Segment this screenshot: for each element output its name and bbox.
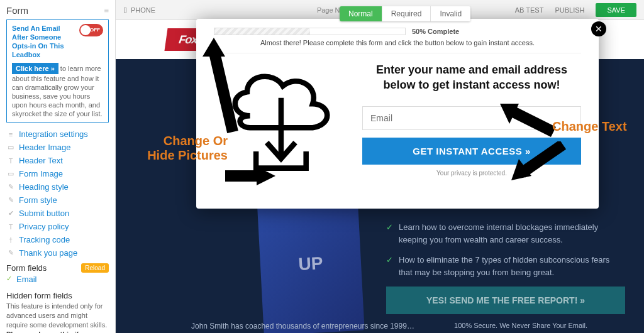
phone-label: PHONE: [131, 6, 155, 14]
close-icon[interactable]: ✕: [591, 21, 606, 36]
coach-caption: John Smith has coached thousands of entr…: [191, 322, 414, 330]
click-here-button[interactable]: Click here »: [12, 63, 58, 74]
sidebar: Form ≡ Send An Email After Someone Opts-…: [0, 0, 116, 333]
feature-bullets: Learn how to overcome internal blockages…: [386, 221, 625, 287]
hidden-desc-bold: Please only use this if you know what yo…: [6, 330, 93, 333]
submit-button[interactable]: GET INSTANT ACCESS »: [362, 138, 581, 165]
code-icon: †: [6, 236, 15, 244]
form-image[interactable]: [214, 62, 346, 177]
progress-label: 50% Complete: [412, 28, 459, 35]
field-email[interactable]: Email: [6, 273, 109, 286]
privacy-text: Your privacy is protected.: [362, 170, 581, 177]
sidebar-title: Form: [6, 5, 28, 16]
device-phone[interactable]: ▯ PHONE: [123, 6, 155, 14]
hidden-desc-text: This feature is intended only for advanc…: [6, 302, 107, 329]
toggle-state-label: OFF: [90, 26, 100, 35]
pencil-icon: ✎: [6, 183, 15, 191]
almost-text: Almost there! Please complete this form …: [214, 39, 581, 53]
hidden-fields-desc: This feature is intended only for advanc…: [6, 302, 109, 333]
tab-normal[interactable]: Normal: [340, 6, 382, 21]
check-icon: ✔: [6, 209, 15, 217]
nav-label: Tracking code: [19, 235, 70, 244]
progress-bar: [214, 28, 406, 35]
leadbox-popup: ✕ 50% Complete Almost there! Please comp…: [196, 19, 599, 209]
email-input[interactable]: [362, 106, 581, 130]
nav-label: Integration settings: [19, 129, 88, 139]
bg-cta-button[interactable]: YES! SEND ME THE FREE REPORT! »: [386, 287, 625, 314]
nav-form-style[interactable]: ✎Form style: [6, 194, 109, 207]
abtest-link[interactable]: AB TEST: [515, 6, 544, 14]
optin-toggle[interactable]: OFF: [79, 24, 103, 36]
state-tabs: Normal Required Invalid: [340, 6, 470, 21]
nav-label: Form Image: [19, 169, 63, 178]
optin-promo-box: Send An Email After Someone Opts-in On T…: [6, 19, 109, 123]
save-button[interactable]: SAVE: [596, 3, 636, 17]
form-fields-label: Form fields: [6, 263, 47, 273]
tab-invalid[interactable]: Invalid: [430, 6, 470, 21]
nav-privacy[interactable]: TPrivacy policy: [6, 220, 109, 233]
nav-label: Form style: [19, 195, 57, 205]
cloud-download-icon: [214, 62, 346, 175]
nav-label: Heading style: [19, 182, 69, 192]
hidden-fields-label: Hidden form fields: [6, 291, 109, 300]
secure-caption: 100% Secure. We Never Share Your Email.: [454, 322, 587, 329]
sidebar-nav: ≡Integration settings ▭Header Image THea…: [6, 128, 109, 259]
hamburger-icon[interactable]: ≡: [104, 6, 109, 15]
progress: 50% Complete: [214, 28, 581, 35]
pencil-icon: ✎: [6, 196, 15, 204]
bullet-2: How to eliminate the 7 types of hidden s…: [386, 254, 625, 279]
nav-form-image[interactable]: ▭Form Image: [6, 167, 109, 180]
nav-submit-button[interactable]: ✔Submit button: [6, 207, 109, 220]
publish-link[interactable]: PUBLISH: [555, 6, 584, 14]
nav-heading-style[interactable]: ✎Heading style: [6, 180, 109, 194]
reload-button[interactable]: Reload: [81, 263, 109, 273]
optin-headline: Send An Email After Someone Opts-in On T…: [12, 24, 75, 59]
pencil-icon: ✎: [6, 249, 15, 257]
nav-label: Privacy policy: [19, 222, 69, 231]
text-icon: T: [6, 157, 15, 165]
phone-icon: ▯: [123, 6, 127, 14]
nav-header-text[interactable]: THeader Text: [6, 154, 109, 167]
text-icon: T: [6, 223, 15, 231]
nav-label: Submit button: [19, 209, 69, 218]
nav-label: Thank you page: [19, 248, 77, 258]
nav-header-image[interactable]: ▭Header Image: [6, 141, 109, 154]
list-icon: ≡: [6, 131, 15, 138]
book-cover: UP: [257, 192, 364, 333]
nav-integration[interactable]: ≡Integration settings: [6, 128, 109, 141]
image-icon: ▭: [6, 170, 15, 178]
bullet-1: Learn how to overcome internal blockages…: [386, 221, 625, 246]
nav-label: Header Text: [19, 156, 63, 165]
nav-thankyou[interactable]: ✎Thank you page: [6, 246, 109, 259]
nav-label: Header Image: [19, 143, 70, 152]
image-icon: ▭: [6, 143, 15, 151]
tab-required[interactable]: Required: [382, 6, 431, 21]
nav-tracking[interactable]: †Tracking code: [6, 233, 109, 246]
popup-headline[interactable]: Enter your name and email address below …: [362, 62, 581, 92]
